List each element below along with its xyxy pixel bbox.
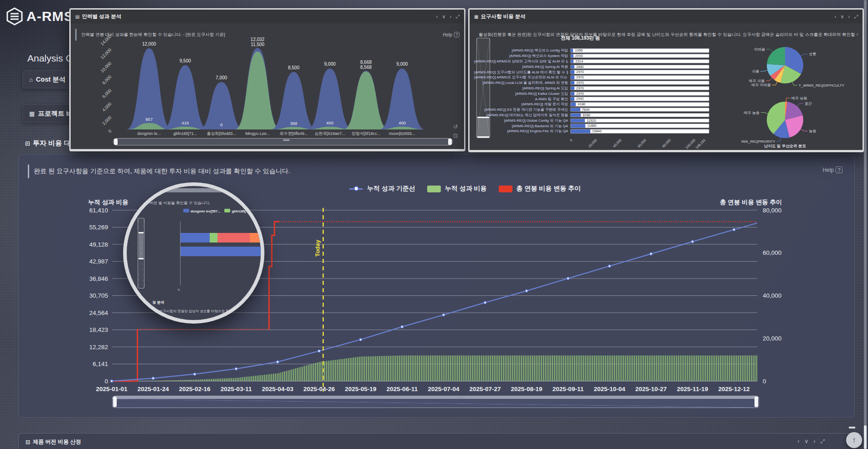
red-box-legend-icon: [499, 186, 512, 192]
legend-cumulative-baseline[interactable]: 누적 성과 기준선: [349, 185, 415, 193]
requirement-bar-row[interactable]: [ARMS-REQ] ARMS의 요구사항 우선순위와 ALM 의 이슈 우선순…: [474, 75, 716, 80]
product-version-cost-title: ⊡ 제품 버전 비용 산정: [26, 438, 81, 446]
requirement-bar-row[interactable]: [ARMS-REQ] ARMS의 상태와 고객사의 상태 및 ALM 의 상태를…: [474, 59, 716, 64]
requirement-bar-row[interactable]: [ARMS-REQ] 요구사항의 난이도를 ALM 에서 확인 할 수 없어서.…: [474, 69, 716, 75]
chart-datazoom-scrollbar[interactable]: [112, 396, 759, 408]
requirement-bar-row[interactable]: [ARMS-REQ] ES 전용 게시판 기능을 구현해 주세요 7644: [474, 107, 716, 113]
svg-text:2025-03-11: 2025-03-11: [221, 386, 252, 392]
personnel-performance-chart: 02,0004,0006,0008,00010,00012,00014,0001…: [98, 32, 463, 146]
chart-toolbox: ↺ ⊡: [453, 124, 458, 139]
legend-cumulative-cost[interactable]: 누적 성과 비용: [427, 185, 487, 193]
requirement-bar-row[interactable]: [ARMS-REQ] Backend 의 기능 QA 11880: [474, 123, 716, 129]
salary-step-line[interactable]: [112, 330, 137, 381]
svg-text:매우 어려움: 매우 어려움: [751, 83, 770, 87]
expand-icon[interactable]: ⤢: [854, 14, 858, 20]
svg-text:80,000: 80,000: [763, 207, 781, 214]
requirement-bar-row[interactable]: [ARMS-REQ] Spring AI 적용 2880: [474, 64, 716, 69]
requirement-bar-row[interactable]: [ARMS-REQ] 데이터는 최신 업데이트 일자로 정렬 8280: [474, 113, 716, 118]
pie-slice[interactable]: [767, 47, 785, 65]
requirement-bar-row[interactable]: [ARMS-REQ] 백오피스 config 작업 1955: [474, 48, 716, 53]
save-image-icon[interactable]: ⊡: [453, 133, 458, 139]
main-description: 완료 된 요구사항을 기준으로 하여, 제품에 대한 투자 비용 대비 성과를 …: [28, 165, 290, 178]
svg-text:61,410: 61,410: [89, 207, 108, 214]
requirement-bar-row[interactable]: [ARMS-REQ] 개발 문서 작성 4180: [474, 102, 716, 107]
requirements-x-axis: 020,00040,00060,00080,000100,000108,193: [474, 135, 716, 149]
x-axis-tick: 40,000: [612, 138, 623, 149]
requirement-bar-track: 2970: [570, 70, 709, 74]
x-axis-tick: 100,000: [685, 138, 697, 150]
panel-header[interactable]: ▦ 요구사항 비용 분석 ‹ ∨ › ⤢: [470, 10, 863, 24]
requirement-bar-row[interactable]: [ARMS-REQ] 백오피스 System 작업 2093: [474, 53, 716, 59]
requirement-value: 2970: [576, 76, 584, 80]
scrollbar-grip[interactable]: [283, 139, 289, 141]
requirement-bar-fill: [571, 49, 573, 52]
datazoom-grip[interactable]: [458, 397, 465, 398]
page-scrollbar-thumb[interactable]: [864, 425, 867, 449]
requirements-bar-list: [ARMS-REQ] 백오피스 config 작업 1955 [ARMS-REQ…: [474, 48, 716, 134]
requirement-value: 2970: [576, 70, 584, 74]
cost-bell[interactable]: [235, 52, 280, 129]
personnel-chart-scrollbar[interactable]: [113, 138, 453, 145]
restore-icon[interactable]: ↺: [453, 124, 458, 130]
svg-text:60,000: 60,000: [763, 249, 781, 256]
requirement-bar-fill: [571, 81, 574, 85]
expand-icon[interactable]: ⤢: [820, 438, 825, 444]
svg-text:9,000: 9,000: [324, 62, 336, 67]
panel-title: 요구사항 비용 분석: [480, 13, 525, 20]
requirement-bar-row[interactable]: [ARMS-REQ] Local LLM 을 설치하여, ARMS 와 연동 2…: [474, 80, 716, 86]
magnifier-lens[interactable]: 버전 별 비용을 확인할 수 있습니다. dongmin lee[557...g…: [123, 182, 264, 324]
panel-title: 인력별 성과 분석: [82, 13, 121, 20]
svg-text:12,032: 12,032: [251, 37, 265, 42]
expand-icon[interactable]: ⤢: [455, 14, 460, 20]
dashboard-page: A-RMS Analysis C ⌂ Cost 분석 ▦ 프로젝트 비 ⊡ 투자…: [0, 0, 868, 449]
chevron-down-icon[interactable]: ∨: [805, 438, 809, 444]
collapse-right-icon[interactable]: ›: [813, 438, 815, 444]
scrollbar-left-handle[interactable]: [114, 139, 118, 145]
requirement-bar-row[interactable]: [ARMS-REQ] Global Config 의 기능 QA 11520: [474, 118, 716, 123]
datazoom-right-handle[interactable]: [754, 397, 758, 407]
collapse-left-icon[interactable]: ‹: [798, 438, 800, 444]
svg-text:0: 0: [104, 378, 108, 385]
section-icon: ⊡: [26, 439, 30, 445]
svg-text:9,500: 9,500: [180, 58, 191, 63]
cost-bell[interactable]: [343, 72, 389, 129]
requirement-bar-row[interactable]: [ARMS-REQ] Spring Ai 도입 2970: [474, 86, 716, 91]
cost-analysis-button[interactable]: ⌂ Cost 분석: [22, 70, 69, 88]
svg-text:8,668: 8,668: [360, 60, 372, 65]
legend-total-salary-trend[interactable]: 총 연봉 비용 변동 추이: [499, 185, 581, 193]
svg-text:8,000: 8,000: [101, 74, 113, 86]
x-axis-tick: 0: [569, 138, 573, 142]
requirement-bar-row[interactable]: [ARMS-REQ] Engine-Fire 의 기능 QA 15840: [474, 129, 716, 134]
page-scrollbar[interactable]: [864, 0, 867, 449]
requirement-label: [ARMS-REQ] 백오피스 System 작업: [474, 53, 568, 58]
project-cost-button[interactable]: ▦ 프로젝트 비: [22, 104, 72, 123]
svg-text:Mingyu Lee...: Mingyu Lee...: [245, 131, 270, 136]
svg-text:11,500: 11,500: [251, 42, 264, 47]
collapse-left-icon[interactable]: ‹: [835, 14, 837, 20]
collapse-right-icon[interactable]: ›: [450, 14, 452, 20]
collapse-right-icon[interactable]: ›: [848, 14, 850, 20]
hexagon-logo-icon: [6, 7, 23, 26]
panel-header[interactable]: ▤ 인력별 성과 분석 ‹ ∨ › ⤢: [71, 10, 464, 24]
requirement-bar-track: 2314: [570, 59, 709, 64]
requirement-bar-track: 15840: [570, 129, 709, 134]
requirement-bar-row[interactable]: [ARMS-REQ] Kafka Cluster 도입 2970: [474, 91, 716, 96]
requirement-bar-fill: [571, 108, 580, 112]
datazoom-left-handle[interactable]: [113, 397, 117, 407]
requirement-bar-track: 2880: [570, 65, 709, 69]
investment-cost-section-title: ⊡ 투자 비용 대: [25, 139, 71, 148]
grid-icon: ▦: [29, 110, 35, 117]
datazoom-body[interactable]: [113, 399, 759, 408]
chevron-down-icon[interactable]: ∨: [442, 14, 445, 20]
requirement-bar-row[interactable]: A-RMS 팀 구성 확인 2992: [474, 96, 716, 102]
scrollbar-right-handle[interactable]: [448, 139, 452, 145]
cumulative-cost-area[interactable]: [112, 356, 757, 381]
requirement-value: 2314: [575, 60, 583, 64]
nav-analysis[interactable]: Analysis C: [24, 53, 72, 64]
requirement-value: 2970: [576, 87, 584, 91]
collapse-left-icon[interactable]: ‹: [436, 14, 438, 20]
chevron-down-icon[interactable]: ∨: [840, 14, 844, 20]
requirement-label: [ARMS-REQ] 데이터는 최신 업데이트 일자로 정렬: [474, 113, 568, 118]
requirement-label: [ARMS-REQ] ES 전용 게시판 기능을 구현해 주세요: [474, 107, 568, 112]
scroll-to-top-button[interactable]: ↑: [846, 432, 862, 448]
